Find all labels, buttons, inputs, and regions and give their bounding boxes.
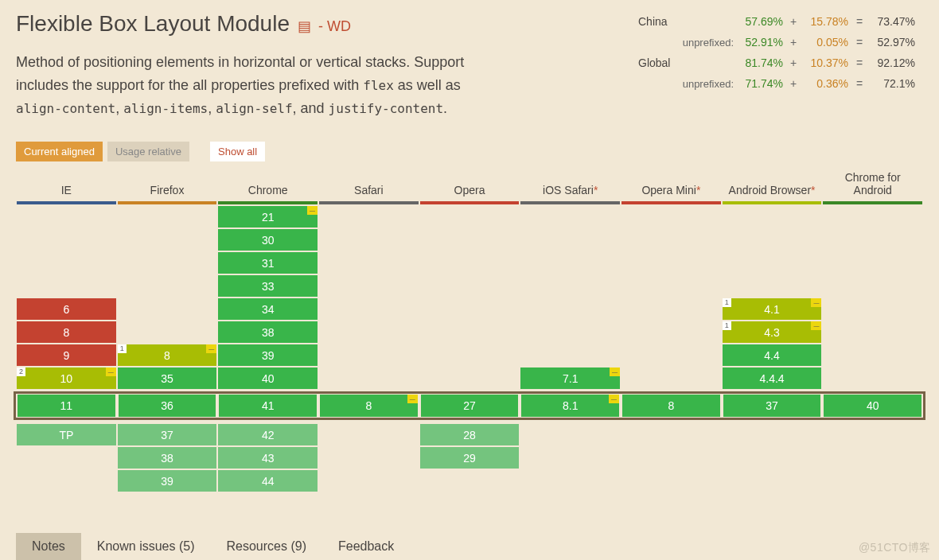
- info-tabs: Notes Known issues (5) Resources (9) Fee…: [0, 533, 939, 560]
- version-cell-current[interactable]: 37: [723, 395, 821, 417]
- version-cell[interactable]: 8: [17, 321, 116, 343]
- browser-header[interactable]: Firefox: [118, 169, 217, 201]
- version-cell[interactable]: 21—: [218, 206, 318, 228]
- version-cell-current[interactable]: 8.1—: [521, 395, 619, 417]
- title-area: Flexible Box Layout Module ▤ - WD Method…: [16, 11, 589, 119]
- spec-status: - WD: [318, 18, 351, 34]
- version-cell[interactable]: 35: [118, 368, 217, 389]
- version-cell[interactable]: 38: [118, 447, 217, 469]
- stats-label-china: China: [638, 15, 734, 28]
- watermark: @51CTO博客: [859, 541, 931, 555]
- version-cell[interactable]: 43: [218, 447, 318, 469]
- version-cell[interactable]: 6: [17, 298, 116, 320]
- browser-header[interactable]: iOS Safari *: [520, 169, 620, 201]
- usage-relative-button[interactable]: Usage relative: [107, 142, 189, 161]
- page-title: Flexible Box Layout Module: [16, 11, 290, 36]
- browser-header[interactable]: Android Browser *: [723, 169, 822, 201]
- view-controls: Current aligned Usage relative Show all: [16, 142, 939, 161]
- current-aligned-button[interactable]: Current aligned: [16, 142, 103, 161]
- version-cell[interactable]: 30: [218, 229, 318, 251]
- version-cell-current[interactable]: 41: [219, 395, 317, 417]
- version-cell[interactable]: 4.4.4: [723, 368, 822, 389]
- version-cell[interactable]: 39: [218, 344, 318, 366]
- version-cell[interactable]: 4.4: [723, 344, 822, 366]
- version-cell[interactable]: 40: [218, 368, 318, 389]
- version-cell[interactable]: 37: [118, 424, 217, 445]
- version-cell-current[interactable]: 8: [622, 395, 720, 417]
- version-cell[interactable]: 4.31—: [723, 321, 822, 343]
- tab-known-issues[interactable]: Known issues (5): [81, 533, 211, 560]
- version-cell[interactable]: 29: [420, 447, 520, 469]
- version-cell-current[interactable]: 40: [824, 395, 921, 417]
- browser-header[interactable]: Chrome: [218, 169, 318, 201]
- usage-stats: China 57.69%+15.78%=73.47% unprefixed: 5…: [589, 11, 923, 119]
- show-all-button[interactable]: Show all: [210, 142, 265, 161]
- version-cell[interactable]: 102—: [17, 368, 116, 389]
- tab-notes[interactable]: Notes: [16, 533, 81, 560]
- version-cell[interactable]: 31: [218, 252, 318, 274]
- version-cell[interactable]: 81—: [118, 344, 217, 366]
- stats-label-global-unprefixed: unprefixed:: [638, 78, 734, 90]
- browser-header[interactable]: Opera: [420, 169, 520, 201]
- version-cell[interactable]: 9: [17, 344, 116, 366]
- version-cell[interactable]: 39: [118, 470, 217, 492]
- version-cell[interactable]: 33: [218, 275, 318, 297]
- browser-header[interactable]: IE: [17, 169, 116, 201]
- version-cell[interactable]: 4.11—: [723, 298, 822, 320]
- version-cell[interactable]: 7.1—: [520, 368, 620, 389]
- stats-label-global: Global: [638, 56, 734, 69]
- version-cell-current[interactable]: 11: [18, 395, 115, 417]
- version-cell-current[interactable]: 8—: [320, 395, 418, 417]
- version-cell[interactable]: 34: [218, 298, 318, 320]
- tab-resources[interactable]: Resources (9): [211, 533, 322, 560]
- browser-header[interactable]: Opera Mini *: [621, 169, 721, 201]
- browser-header[interactable]: Chrome for Android: [823, 169, 922, 201]
- stats-label-china-unprefixed: unprefixed:: [638, 37, 734, 49]
- description: Method of positioning elements in horizo…: [16, 51, 493, 119]
- version-cell[interactable]: 28: [420, 424, 520, 445]
- version-cell[interactable]: 44: [218, 470, 318, 492]
- version-cell[interactable]: 38: [218, 321, 318, 343]
- version-cell-current[interactable]: 27: [421, 395, 519, 417]
- spec-link-icon[interactable]: ▤: [298, 18, 311, 34]
- tab-feedback[interactable]: Feedback: [322, 533, 410, 560]
- version-cell[interactable]: 42: [218, 424, 318, 445]
- version-cell-current[interactable]: 36: [119, 395, 216, 417]
- version-cell[interactable]: TP: [17, 424, 116, 445]
- browser-header[interactable]: Safari: [319, 169, 419, 201]
